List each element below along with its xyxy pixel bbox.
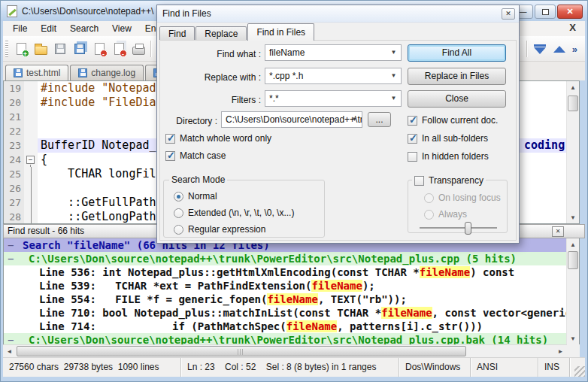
tab-replace[interactable]: Replace	[195, 26, 247, 41]
tab-find-in-files[interactable]: Find in Files	[247, 23, 314, 41]
scrollbar-thumb[interactable]	[568, 96, 578, 111]
find-what-label: Find what :	[157, 48, 261, 60]
scrollbar-thumb[interactable]	[17, 346, 466, 356]
new-file-button[interactable]	[11, 39, 31, 59]
close-all-button[interactable]	[109, 39, 129, 59]
result-fold-icon[interactable]: −	[8, 333, 14, 344]
follow-current-doc-checkbox[interactable]: Follow current doc.	[408, 114, 498, 126]
editor-vertical-scrollbar[interactable]: ▲ ▼	[566, 81, 579, 223]
checkbox-label: Match whole word only	[180, 133, 271, 144]
replace-with-combobox[interactable]: *.cpp *.h ▼	[265, 68, 402, 84]
slider-track[interactable]	[420, 227, 497, 229]
line-number: 19	[4, 81, 24, 96]
in-all-subfolders-checkbox[interactable]: In all sub-folders	[408, 132, 488, 144]
menu-file[interactable]: File	[6, 21, 34, 36]
match-case-checkbox[interactable]: Match case	[165, 150, 226, 162]
hit-result-row[interactable]: Line 539: TCHAR *ext = PathFindExtension…	[4, 279, 566, 293]
collapse-all-button[interactable]	[530, 39, 550, 59]
fold-collapse-icon[interactable]	[26, 156, 35, 164]
results-vertical-scrollbar[interactable]: ▲ ▼	[566, 238, 579, 344]
print-icon	[132, 47, 145, 55]
status-cursor-info: Ln : 23 Col : 52 Sel : 8 (8 bytes) in 1 …	[181, 358, 399, 377]
filters-combobox[interactable]: *.* ▼	[265, 90, 402, 107]
save-all-button[interactable]	[70, 39, 89, 59]
slider-thumb[interactable]	[465, 222, 471, 235]
uncollapse-all-button[interactable]	[550, 39, 569, 59]
radio-icon	[424, 210, 434, 220]
scroll-up-icon[interactable]: ▲	[567, 81, 579, 93]
scroll-right-icon[interactable]: ►	[554, 345, 567, 358]
find-all-button[interactable]: Find All	[408, 44, 506, 62]
find-what-combobox[interactable]: fileName ▼	[265, 44, 402, 61]
resize-grip[interactable]	[574, 366, 585, 377]
save-button[interactable]	[50, 39, 70, 59]
file-result-row[interactable]: −C:\Users\Don\source\notepad++\trunk\Pow…	[4, 333, 566, 344]
scroll-down-icon[interactable]: ▼	[567, 332, 579, 344]
close-dialog-button[interactable]: Close	[408, 90, 506, 108]
radio-extended[interactable]: Extended (\n, \r, \t, \0, \x...)	[174, 207, 294, 219]
save-icon	[55, 44, 65, 54]
close-file-icon	[95, 43, 105, 55]
status-bar: 27560 chars 29738 bytes 1090 lines Ln : …	[3, 357, 585, 377]
browse-directory-button[interactable]: ...	[368, 112, 391, 127]
transparency-slider[interactable]	[420, 222, 497, 235]
tab-change-log[interactable]: change.log	[70, 65, 144, 80]
checkbox-icon	[414, 176, 424, 186]
scroll-up-icon[interactable]: ▲	[567, 238, 579, 250]
find-result-close-button[interactable]: ✕	[552, 226, 564, 237]
hit-result-row[interactable]: Line 714: if (PathMatchSpec(fileName, pa…	[4, 320, 566, 333]
print-button[interactable]	[129, 39, 148, 59]
match-highlight: fileName	[381, 307, 432, 319]
menu-edit[interactable]: Edit	[34, 21, 63, 36]
hit-result-row[interactable]: Line 536: int Notepad_plus::getHtmlXmlEn…	[4, 265, 566, 279]
menu-view[interactable]: View	[105, 21, 138, 36]
radio-normal[interactable]: Normal	[174, 190, 217, 202]
line-number: 23	[4, 138, 24, 153]
checkbox-label: In hidden folders	[422, 151, 489, 162]
scrollbar-corner	[567, 344, 580, 357]
maximize-button[interactable]	[535, 5, 556, 19]
hit-result-row[interactable]: Line 554: FILE *f = generic_fopen(fileNa…	[4, 293, 566, 306]
notepad-plus-plus-window: C:\Users\Don\source\notepad++\ — ✕ File …	[0, 0, 588, 382]
chevron-down-icon[interactable]: ▼	[388, 45, 399, 60]
status-insert-mode[interactable]: INS	[538, 358, 570, 377]
close-button[interactable]: ✕	[557, 5, 583, 19]
doc-close-button[interactable]: X	[569, 22, 576, 33]
find-in-files-dialog: Find in Files ✕ Find Replace Find in Fil…	[156, 5, 520, 244]
toolbar-overflow-chevron[interactable]: »	[572, 44, 577, 55]
file-result-row[interactable]: −C:\Users\Don\source\notepad++\trunk\Pow…	[4, 252, 566, 265]
close-file-button[interactable]	[89, 39, 109, 59]
chevron-down-icon[interactable]: ▼	[388, 68, 399, 83]
horizontal-scrollbar[interactable]: ◄ ►	[3, 344, 567, 357]
in-hidden-folders-checkbox[interactable]: In hidden folders	[408, 150, 489, 162]
scroll-left-icon[interactable]: ◄	[3, 345, 16, 358]
transparency-checkbox[interactable]: Transparency	[412, 174, 486, 186]
checkbox-label: In all sub-folders	[422, 133, 488, 144]
radio-regular-expression[interactable]: Regular expression	[174, 223, 265, 235]
radio-label: Regular expression	[188, 224, 265, 235]
match-whole-word-checkbox[interactable]: Match whole word only	[165, 132, 271, 144]
open-file-button[interactable]	[31, 39, 50, 59]
scroll-down-icon[interactable]: ▼	[567, 211, 579, 223]
match-highlight: fileName	[420, 266, 470, 278]
replace-in-files-button[interactable]: Replace in Files	[408, 68, 506, 85]
toolbar-separator	[526, 41, 528, 57]
collapse-all-icon	[534, 44, 546, 54]
tab-test-html[interactable]: test.html	[5, 65, 68, 80]
chevron-down-icon[interactable]: ▼	[388, 91, 399, 106]
hit-result-row[interactable]: Line 710: bool Notepad_plus::matchInList…	[4, 306, 566, 320]
match-highlight: fileName	[267, 293, 317, 305]
tab-label: change.log	[91, 68, 135, 78]
menu-search[interactable]: Search	[63, 21, 105, 36]
tab-find[interactable]: Find	[159, 26, 195, 41]
tab-label: test.html	[26, 68, 60, 78]
directory-combobox[interactable]: C:\Users\Don\source\notepad++\trunk ▼	[221, 111, 362, 128]
result-fold-icon[interactable]: −	[8, 238, 14, 252]
find-result-title: Find result - 66 hits	[8, 226, 84, 236]
result-fold-icon[interactable]: −	[8, 252, 14, 265]
scrollbar-thumb[interactable]	[568, 251, 578, 269]
dialog-close-button[interactable]: ✕	[502, 8, 515, 20]
window-title: C:\Users\Don\source\notepad++\	[22, 6, 153, 17]
dialog-title-bar[interactable]: Find in Files ✕	[157, 5, 519, 23]
chevron-down-icon[interactable]: ▼	[349, 112, 360, 127]
